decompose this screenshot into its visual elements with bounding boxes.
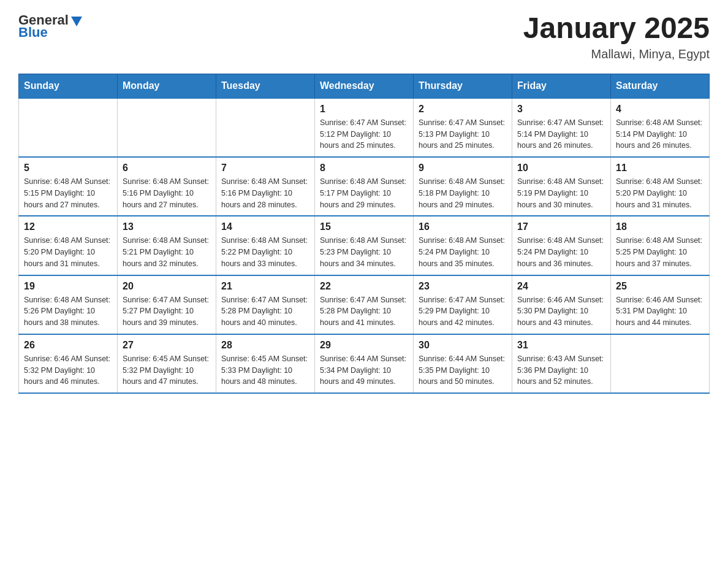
day-info: Sunrise: 6:44 AM Sunset: 5:34 PM Dayligh…	[320, 353, 408, 388]
day-number: 24	[517, 281, 605, 292]
table-row: 14Sunrise: 6:48 AM Sunset: 5:22 PM Dayli…	[216, 216, 315, 275]
table-row: 8Sunrise: 6:48 AM Sunset: 5:17 PM Daylig…	[315, 157, 414, 216]
day-info: Sunrise: 6:48 AM Sunset: 5:25 PM Dayligh…	[616, 235, 704, 269]
day-number: 23	[419, 281, 507, 292]
day-number: 14	[221, 221, 309, 232]
day-number: 30	[419, 340, 507, 351]
table-row: 21Sunrise: 6:47 AM Sunset: 5:28 PM Dayli…	[216, 275, 315, 334]
table-row: 20Sunrise: 6:47 AM Sunset: 5:27 PM Dayli…	[118, 275, 216, 334]
day-number: 5	[24, 163, 112, 174]
day-info: Sunrise: 6:48 AM Sunset: 5:21 PM Dayligh…	[123, 235, 211, 269]
calendar-subtitle: Mallawi, Minya, Egypt	[523, 47, 710, 61]
table-row	[118, 98, 216, 157]
day-number: 1	[320, 104, 408, 115]
day-info: Sunrise: 6:48 AM Sunset: 5:14 PM Dayligh…	[616, 117, 704, 151]
table-row: 1Sunrise: 6:47 AM Sunset: 5:12 PM Daylig…	[315, 98, 414, 157]
day-info: Sunrise: 6:48 AM Sunset: 5:16 PM Dayligh…	[221, 176, 309, 210]
day-info: Sunrise: 6:46 AM Sunset: 5:30 PM Dayligh…	[517, 294, 605, 329]
header-friday: Friday	[512, 74, 611, 98]
day-number: 29	[320, 340, 408, 351]
table-row: 15Sunrise: 6:48 AM Sunset: 5:23 PM Dayli…	[315, 216, 414, 275]
day-info: Sunrise: 6:48 AM Sunset: 5:20 PM Dayligh…	[616, 176, 704, 210]
day-number: 27	[123, 340, 211, 351]
day-info: Sunrise: 6:47 AM Sunset: 5:12 PM Dayligh…	[320, 117, 408, 151]
header-sunday: Sunday	[19, 74, 118, 98]
table-row: 16Sunrise: 6:48 AM Sunset: 5:24 PM Dayli…	[414, 216, 512, 275]
day-info: Sunrise: 6:46 AM Sunset: 5:31 PM Dayligh…	[616, 294, 704, 329]
day-info: Sunrise: 6:47 AM Sunset: 5:27 PM Dayligh…	[123, 294, 211, 329]
day-info: Sunrise: 6:47 AM Sunset: 5:28 PM Dayligh…	[320, 294, 408, 329]
table-row: 24Sunrise: 6:46 AM Sunset: 5:30 PM Dayli…	[512, 275, 611, 334]
calendar-week-5: 26Sunrise: 6:46 AM Sunset: 5:32 PM Dayli…	[19, 334, 710, 393]
table-row: 10Sunrise: 6:48 AM Sunset: 5:19 PM Dayli…	[512, 157, 611, 216]
day-info: Sunrise: 6:48 AM Sunset: 5:24 PM Dayligh…	[517, 235, 605, 269]
calendar-week-2: 5Sunrise: 6:48 AM Sunset: 5:15 PM Daylig…	[19, 157, 710, 216]
day-info: Sunrise: 6:48 AM Sunset: 5:18 PM Dayligh…	[419, 176, 507, 210]
header-tuesday: Tuesday	[216, 74, 315, 98]
table-row: 12Sunrise: 6:48 AM Sunset: 5:20 PM Dayli…	[19, 216, 118, 275]
day-number: 6	[123, 163, 211, 174]
calendar-header-row: Sunday Monday Tuesday Wednesday Thursday…	[19, 74, 710, 98]
day-info: Sunrise: 6:48 AM Sunset: 5:23 PM Dayligh…	[320, 235, 408, 269]
table-row: 5Sunrise: 6:48 AM Sunset: 5:15 PM Daylig…	[19, 157, 118, 216]
table-row: 30Sunrise: 6:44 AM Sunset: 5:35 PM Dayli…	[414, 334, 512, 393]
day-info: Sunrise: 6:48 AM Sunset: 5:17 PM Dayligh…	[320, 176, 408, 210]
day-number: 4	[616, 104, 704, 115]
calendar-week-4: 19Sunrise: 6:48 AM Sunset: 5:26 PM Dayli…	[19, 275, 710, 334]
title-block: January 2025 Mallawi, Minya, Egypt	[523, 12, 710, 61]
day-number: 10	[517, 163, 605, 174]
table-row: 11Sunrise: 6:48 AM Sunset: 5:20 PM Dayli…	[611, 157, 710, 216]
table-row: 9Sunrise: 6:48 AM Sunset: 5:18 PM Daylig…	[414, 157, 512, 216]
day-info: Sunrise: 6:47 AM Sunset: 5:28 PM Dayligh…	[221, 294, 309, 329]
table-row: 4Sunrise: 6:48 AM Sunset: 5:14 PM Daylig…	[611, 98, 710, 157]
header-thursday: Thursday	[414, 74, 512, 98]
table-row: 25Sunrise: 6:46 AM Sunset: 5:31 PM Dayli…	[611, 275, 710, 334]
day-info: Sunrise: 6:43 AM Sunset: 5:36 PM Dayligh…	[517, 353, 605, 388]
day-info: Sunrise: 6:45 AM Sunset: 5:33 PM Dayligh…	[221, 353, 309, 388]
day-number: 17	[517, 221, 605, 232]
day-info: Sunrise: 6:47 AM Sunset: 5:13 PM Dayligh…	[419, 117, 507, 151]
day-number: 26	[24, 340, 112, 351]
day-info: Sunrise: 6:48 AM Sunset: 5:24 PM Dayligh…	[419, 235, 507, 269]
table-row: 22Sunrise: 6:47 AM Sunset: 5:28 PM Dayli…	[315, 275, 414, 334]
table-row: 29Sunrise: 6:44 AM Sunset: 5:34 PM Dayli…	[315, 334, 414, 393]
day-info: Sunrise: 6:48 AM Sunset: 5:16 PM Dayligh…	[123, 176, 211, 210]
day-number: 22	[320, 281, 408, 292]
day-number: 20	[123, 281, 211, 292]
day-number: 2	[419, 104, 507, 115]
day-info: Sunrise: 6:44 AM Sunset: 5:35 PM Dayligh…	[419, 353, 507, 388]
table-row	[216, 98, 315, 157]
calendar-title: January 2025	[523, 12, 710, 45]
day-info: Sunrise: 6:48 AM Sunset: 5:26 PM Dayligh…	[24, 294, 112, 329]
calendar-week-1: 1Sunrise: 6:47 AM Sunset: 5:12 PM Daylig…	[19, 98, 710, 157]
day-number: 8	[320, 163, 408, 174]
day-info: Sunrise: 6:48 AM Sunset: 5:22 PM Dayligh…	[221, 235, 309, 269]
table-row: 6Sunrise: 6:48 AM Sunset: 5:16 PM Daylig…	[118, 157, 216, 216]
table-row: 28Sunrise: 6:45 AM Sunset: 5:33 PM Dayli…	[216, 334, 315, 393]
day-info: Sunrise: 6:45 AM Sunset: 5:32 PM Dayligh…	[123, 353, 211, 388]
day-number: 15	[320, 221, 408, 232]
day-number: 31	[517, 340, 605, 351]
table-row	[19, 98, 118, 157]
day-info: Sunrise: 6:46 AM Sunset: 5:32 PM Dayligh…	[24, 353, 112, 388]
table-row: 13Sunrise: 6:48 AM Sunset: 5:21 PM Dayli…	[118, 216, 216, 275]
day-number: 7	[221, 163, 309, 174]
header-wednesday: Wednesday	[315, 74, 414, 98]
table-row: 27Sunrise: 6:45 AM Sunset: 5:32 PM Dayli…	[118, 334, 216, 393]
table-row: 26Sunrise: 6:46 AM Sunset: 5:32 PM Dayli…	[19, 334, 118, 393]
day-number: 28	[221, 340, 309, 351]
page-header: General Blue January 2025 Mallawi, Minya…	[18, 12, 710, 61]
logo-triangle-icon	[70, 14, 83, 28]
day-number: 25	[616, 281, 704, 292]
table-row: 2Sunrise: 6:47 AM Sunset: 5:13 PM Daylig…	[414, 98, 512, 157]
day-info: Sunrise: 6:48 AM Sunset: 5:20 PM Dayligh…	[24, 235, 112, 269]
table-row: 17Sunrise: 6:48 AM Sunset: 5:24 PM Dayli…	[512, 216, 611, 275]
day-info: Sunrise: 6:47 AM Sunset: 5:29 PM Dayligh…	[419, 294, 507, 329]
day-info: Sunrise: 6:48 AM Sunset: 5:19 PM Dayligh…	[517, 176, 605, 210]
day-number: 11	[616, 163, 704, 174]
header-monday: Monday	[118, 74, 216, 98]
table-row	[611, 334, 710, 393]
day-number: 13	[123, 221, 211, 232]
day-number: 9	[419, 163, 507, 174]
svg-marker-0	[71, 17, 82, 26]
